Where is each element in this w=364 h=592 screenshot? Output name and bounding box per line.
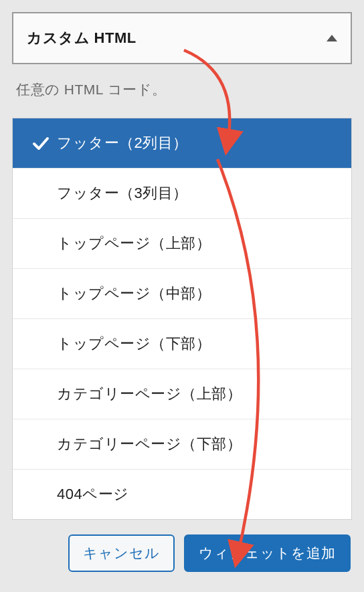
widget-area-option[interactable]: 404ページ bbox=[13, 470, 351, 519]
widget-area-option[interactable]: トップページ（上部） bbox=[13, 219, 351, 269]
cancel-button[interactable]: キャンセル bbox=[68, 534, 175, 572]
widget-area-label: 404ページ bbox=[57, 484, 343, 504]
widget-area-option[interactable]: カテゴリーページ（上部） bbox=[13, 369, 351, 419]
button-row: キャンセル ウィジェットを追加 bbox=[12, 534, 352, 575]
widget-area-label: トップページ（中部） bbox=[57, 284, 343, 304]
add-widget-button[interactable]: ウィジェットを追加 bbox=[184, 534, 351, 572]
widget-area-option[interactable]: フッター（2列目） bbox=[13, 118, 351, 169]
widget-description: 任意の HTML コード。 bbox=[16, 80, 348, 99]
widget-title: カスタム HTML bbox=[27, 28, 136, 48]
widget-area-list: フッター（2列目）フッター（3列目）トップページ（上部）トップページ（中部）トッ… bbox=[12, 118, 352, 520]
widget-area-option[interactable]: フッター（3列目） bbox=[13, 169, 351, 219]
widget-area-option[interactable]: トップページ（中部） bbox=[13, 269, 351, 319]
widget-header[interactable]: カスタム HTML bbox=[12, 12, 352, 64]
widget-area-option[interactable]: カテゴリーページ（下部） bbox=[13, 419, 351, 470]
widget-area-label: カテゴリーページ（上部） bbox=[57, 384, 343, 404]
checkmark-icon bbox=[25, 136, 57, 151]
widget-area-label: トップページ（下部） bbox=[57, 334, 343, 354]
widget-area-option[interactable]: トップページ（下部） bbox=[13, 319, 351, 369]
widget-area-label: フッター（2列目） bbox=[57, 133, 343, 153]
collapse-chevron-icon bbox=[327, 35, 337, 41]
widget-area-label: トップページ（上部） bbox=[57, 233, 343, 254]
widget-area-label: フッター（3列目） bbox=[57, 183, 343, 203]
widget-area-label: カテゴリーページ（下部） bbox=[57, 434, 343, 454]
